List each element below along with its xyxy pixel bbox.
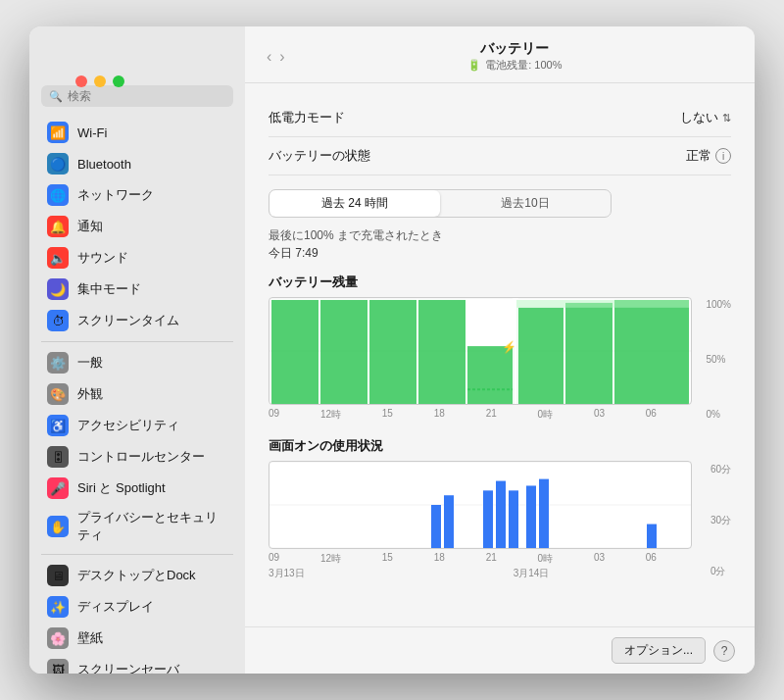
screentime-icon: ⏱ xyxy=(47,310,69,331)
main-content: ‹ › バッテリー 🔋 電池残量: 100% 低電力モード しない xyxy=(245,26,755,674)
sidebar-label-displays: ディスプレイ xyxy=(77,598,154,616)
svg-rect-18 xyxy=(431,505,441,548)
sidebar-label-siri: Siri と Spotlight xyxy=(77,479,166,497)
sidebar-item-siri[interactable]: 🎤 Siri と Spotlight xyxy=(35,473,239,504)
options-button[interactable]: オプション... xyxy=(612,637,706,664)
svg-rect-9 xyxy=(516,308,564,404)
svg-rect-4 xyxy=(320,300,368,404)
usage-x-labels: 09 12時 15 18 21 0時 03 06 xyxy=(269,552,692,566)
help-button[interactable]: ? xyxy=(713,640,735,662)
svg-rect-13 xyxy=(614,300,689,404)
tab-24h[interactable]: 過去 24 時間 xyxy=(270,190,440,217)
nav-arrows: ‹ › xyxy=(265,48,287,66)
charge-label: 最後に100% まで充電されたとき xyxy=(269,227,731,244)
battery-chart: ⚡ xyxy=(269,297,692,405)
svg-rect-21 xyxy=(496,481,506,548)
sidebar-label-appearance: 外観 xyxy=(77,385,103,403)
displays-icon: ✨ xyxy=(47,596,69,618)
back-button[interactable]: ‹ xyxy=(265,48,273,66)
date-label-14: 3月14日 xyxy=(406,567,657,580)
sidebar-item-notifications[interactable]: 🔔 通知 xyxy=(35,211,239,242)
sidebar-item-appearance[interactable]: 🎨 外観 xyxy=(35,378,239,410)
sidebar-label-controlcenter: コントロールセンター xyxy=(77,448,205,466)
sidebar-item-sound[interactable]: 🔈 サウンド xyxy=(35,242,239,274)
sidebar-label-screentime: スクリーンタイム xyxy=(77,312,179,329)
battery-remaining-title: バッテリー残量 xyxy=(269,274,731,291)
battery-emoji: 🔋 xyxy=(467,59,481,72)
accessibility-icon: ♿ xyxy=(47,415,69,436)
search-bar[interactable]: 🔍 xyxy=(41,85,233,107)
charge-time: 今日 7:49 xyxy=(269,245,731,262)
sidebar-label-privacy: プライバシーとセキュリティ xyxy=(77,509,227,544)
sidebar-item-network[interactable]: 🌐 ネットワーク xyxy=(35,179,239,211)
wifi-icon: 📶 xyxy=(47,122,69,143)
sidebar-item-accessibility[interactable]: ♿ アクセシビリティ xyxy=(35,410,239,441)
svg-rect-3 xyxy=(271,300,318,404)
search-icon: 🔍 xyxy=(49,90,63,103)
svg-rect-7 xyxy=(467,346,514,404)
main-header: ‹ › バッテリー 🔋 電池残量: 100% xyxy=(245,26,755,83)
svg-text:⚡: ⚡ xyxy=(502,339,516,354)
sidebar-label-desktop: デスクトップとDock xyxy=(77,567,196,584)
controlcenter-icon: 🎛 xyxy=(47,446,69,468)
sidebar-item-desktop[interactable]: 🖥 デスクトップとDock xyxy=(35,560,239,591)
sidebar-items: 📶 Wi-Fi 🔵 Bluetooth 🌐 ネットワーク 🔔 通知 🔈 サウンド… xyxy=(29,117,245,674)
sidebar-item-wifi[interactable]: 📶 Wi-Fi xyxy=(35,117,239,148)
y-label-0: 0% xyxy=(706,409,731,420)
stepper-icon: ⇅ xyxy=(722,112,731,125)
y-usage-30: 30分 xyxy=(710,514,731,527)
svg-rect-14 xyxy=(516,300,689,308)
sidebar-item-general[interactable]: ⚙️ 一般 xyxy=(35,347,239,378)
sidebar-label-network: ネットワーク xyxy=(77,186,154,204)
sound-icon: 🔈 xyxy=(47,247,69,269)
sidebar-item-screensaver[interactable]: 🖼 スクリーンセーバ xyxy=(35,654,239,674)
info-icon[interactable]: i xyxy=(715,148,731,164)
svg-rect-24 xyxy=(539,479,549,548)
sidebar: 🔍 📶 Wi-Fi 🔵 Bluetooth 🌐 ネットワーク 🔔 通知 🔈 サウ… xyxy=(29,26,245,674)
svg-rect-6 xyxy=(418,300,466,404)
system-preferences-window: 🔍 📶 Wi-Fi 🔵 Bluetooth 🌐 ネットワーク 🔔 通知 🔈 サウ… xyxy=(29,26,755,674)
focus-icon: 🌙 xyxy=(47,278,69,300)
sidebar-item-privacy[interactable]: ✋ プライバシーとセキュリティ xyxy=(35,504,239,549)
close-button[interactable] xyxy=(75,75,87,87)
sidebar-item-displays[interactable]: ✨ ディスプレイ xyxy=(35,591,239,623)
usage-chart-container: 60分 30分 0分 09 12時 15 18 21 0時 03 06 xyxy=(269,461,731,580)
y-label-50: 50% xyxy=(706,354,731,365)
svg-rect-23 xyxy=(526,485,536,548)
page-title: バッテリー xyxy=(480,40,549,58)
sidebar-label-wifi: Wi-Fi xyxy=(77,125,107,140)
screen-on-title: 画面オンの使用状況 xyxy=(269,437,731,455)
svg-rect-25 xyxy=(647,525,657,548)
sidebar-item-bluetooth[interactable]: 🔵 Bluetooth xyxy=(35,148,239,179)
y-label-100: 100% xyxy=(706,299,731,310)
forward-button[interactable]: › xyxy=(277,48,286,66)
minimize-button[interactable] xyxy=(94,75,106,87)
battery-health-value: 正常 i xyxy=(686,147,731,165)
battery-x-labels: 09 12時 15 18 21 0時 03 06 xyxy=(269,408,692,422)
sidebar-label-general: 一般 xyxy=(77,354,103,372)
tab-10d[interactable]: 過去10日 xyxy=(440,190,611,217)
sidebar-item-focus[interactable]: 🌙 集中モード xyxy=(35,274,239,305)
appearance-icon: 🎨 xyxy=(47,383,69,405)
sidebar-item-controlcenter[interactable]: 🎛 コントロールセンター xyxy=(35,441,239,473)
footer-bar: オプション... ? xyxy=(245,626,755,674)
svg-rect-22 xyxy=(509,490,518,548)
privacy-icon: ✋ xyxy=(47,516,69,537)
sidebar-item-screentime[interactable]: ⏱ スクリーンタイム xyxy=(35,305,239,336)
usage-chart xyxy=(269,461,692,549)
search-input[interactable] xyxy=(68,89,225,103)
charge-info: 最後に100% まで充電されたとき 今日 7:49 xyxy=(269,227,731,262)
notifications-icon: 🔔 xyxy=(47,216,69,237)
sidebar-divider xyxy=(41,341,233,342)
sidebar-item-wallpaper[interactable]: 🌸 壁紙 xyxy=(35,623,239,654)
desktop-icon: 🖥 xyxy=(47,565,69,586)
sidebar-divider xyxy=(41,554,233,555)
sidebar-label-accessibility: アクセシビリティ xyxy=(77,417,179,434)
battery-chart-container: ⚡ 100% 50% 0% xyxy=(269,297,731,422)
low-power-value[interactable]: しない ⇅ xyxy=(680,109,731,126)
maximize-button[interactable] xyxy=(113,75,124,87)
header-title-area: バッテリー 🔋 電池残量: 100% xyxy=(295,40,735,73)
sidebar-label-wallpaper: 壁紙 xyxy=(77,629,103,647)
svg-rect-12 xyxy=(565,303,612,404)
general-icon: ⚙️ xyxy=(47,352,69,374)
